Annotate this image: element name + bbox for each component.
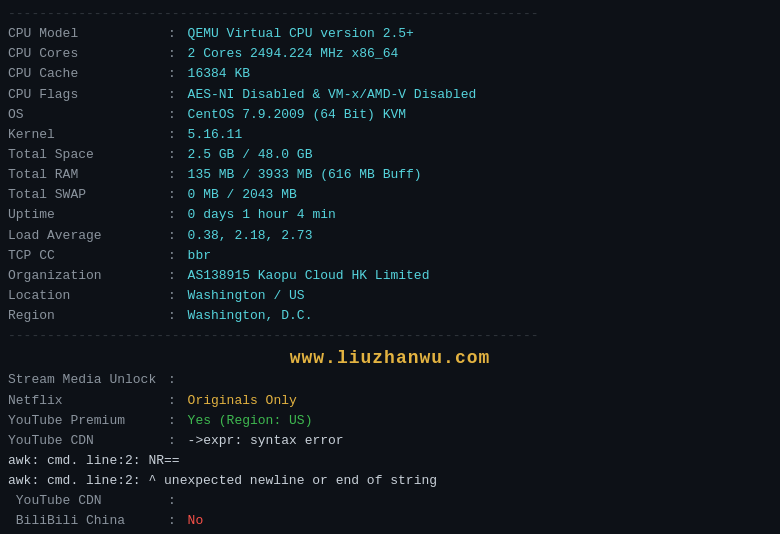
- row-value: Yes (Region: US): [188, 411, 313, 431]
- row-value: ->expr: syntax error: [188, 431, 344, 451]
- row-colon: :: [168, 491, 184, 511]
- row-colon: :: [168, 44, 184, 64]
- row-label: CPU Model: [8, 24, 168, 44]
- row-label: Region: [8, 306, 168, 326]
- table-row: YouTube Premium: Yes (Region: US): [8, 411, 772, 431]
- row-colon: :: [168, 165, 184, 185]
- table-row: TCP CC: bbr: [8, 246, 772, 266]
- row-colon: :: [168, 226, 184, 246]
- row-label: CPU Flags: [8, 85, 168, 105]
- row-colon: :: [168, 85, 184, 105]
- table-row: Netflix: Originals Only: [8, 391, 772, 411]
- row-label: Organization: [8, 266, 168, 286]
- row-colon: :: [168, 370, 184, 390]
- awk-error-line: awk: cmd. line:2: NR==: [8, 451, 772, 471]
- table-row: Uptime: 0 days 1 hour 4 min: [8, 205, 772, 225]
- row-value: 16384 KB: [188, 64, 250, 84]
- row-colon: :: [168, 266, 184, 286]
- row-label: TCP CC: [8, 246, 168, 266]
- mid-divider-1: ----------------------------------------…: [8, 326, 772, 346]
- row-value: AES-NI Disabled & VM-x/AMD-V Disabled: [188, 85, 477, 105]
- row-value: 2.5 GB / 48.0 GB: [188, 145, 313, 165]
- row-colon: :: [168, 205, 184, 225]
- row-colon: :: [168, 64, 184, 84]
- stream-media-section2: YouTube CDN: BiliBili China: No: [8, 491, 772, 531]
- table-row: CPU Cores: 2 Cores 2494.224 MHz x86_64: [8, 44, 772, 64]
- row-colon: :: [168, 125, 184, 145]
- row-value: 0.38, 2.18, 2.73: [188, 226, 313, 246]
- table-row: Organization: AS138915 Kaopu Cloud HK Li…: [8, 266, 772, 286]
- table-row: CPU Flags: AES-NI Disabled & VM-x/AMD-V …: [8, 85, 772, 105]
- row-value: 5.16.11: [188, 125, 243, 145]
- row-colon: :: [168, 185, 184, 205]
- table-row: Total Space: 2.5 GB / 48.0 GB: [8, 145, 772, 165]
- table-row: Total SWAP: 0 MB / 2043 MB: [8, 185, 772, 205]
- row-value: 0 MB / 2043 MB: [188, 185, 297, 205]
- row-colon: :: [168, 286, 184, 306]
- row-value: 135 MB / 3933 MB (616 MB Buff): [188, 165, 422, 185]
- row-value: Washington / US: [188, 286, 305, 306]
- row-label: CPU Cores: [8, 44, 168, 64]
- row-colon: :: [168, 24, 184, 44]
- terminal-container: ----------------------------------------…: [8, 4, 772, 534]
- row-colon: :: [168, 511, 184, 531]
- table-row: OS: CentOS 7.9.2009 (64 Bit) KVM: [8, 105, 772, 125]
- table-row: BiliBili China: No: [8, 511, 772, 531]
- awk-error-section: awk: cmd. line:2: NR==awk: cmd. line:2: …: [8, 451, 772, 491]
- row-label: Netflix: [8, 391, 168, 411]
- row-label: Stream Media Unlock: [8, 370, 168, 390]
- row-label: Total RAM: [8, 165, 168, 185]
- top-divider: ----------------------------------------…: [8, 4, 772, 24]
- table-row: CPU Cache: 16384 KB: [8, 64, 772, 84]
- row-label: Load Average: [8, 226, 168, 246]
- row-label: YouTube Premium: [8, 411, 168, 431]
- row-colon: :: [168, 306, 184, 326]
- row-value: QEMU Virtual CPU version 2.5+: [188, 24, 414, 44]
- row-label: OS: [8, 105, 168, 125]
- row-value: Washington, D.C.: [188, 306, 313, 326]
- table-row: Load Average: 0.38, 2.18, 2.73: [8, 226, 772, 246]
- row-label: YouTube CDN: [8, 431, 168, 451]
- table-row: YouTube CDN: ->expr: syntax error: [8, 431, 772, 451]
- row-label: Total Space: [8, 145, 168, 165]
- row-colon: :: [168, 105, 184, 125]
- table-row: Location: Washington / US: [8, 286, 772, 306]
- row-colon: :: [168, 145, 184, 165]
- row-value: 2 Cores 2494.224 MHz x86_64: [188, 44, 399, 64]
- row-label: CPU Cache: [8, 64, 168, 84]
- row-colon: :: [168, 246, 184, 266]
- row-value: 0 days 1 hour 4 min: [188, 205, 336, 225]
- table-row: Region: Washington, D.C.: [8, 306, 772, 326]
- row-label: Uptime: [8, 205, 168, 225]
- row-colon: :: [168, 431, 184, 451]
- row-colon: :: [168, 411, 184, 431]
- row-value: AS138915 Kaopu Cloud HK Limited: [188, 266, 430, 286]
- table-row: Stream Media Unlock:: [8, 370, 772, 390]
- row-label: Total SWAP: [8, 185, 168, 205]
- row-value: Originals Only: [188, 391, 297, 411]
- watermark: www.liuzhanwu.com: [8, 346, 772, 370]
- row-label: BiliBili China: [8, 511, 168, 531]
- row-value: bbr: [188, 246, 211, 266]
- row-label: YouTube CDN: [8, 491, 168, 511]
- table-row: Total RAM: 135 MB / 3933 MB (616 MB Buff…: [8, 165, 772, 185]
- row-label: Location: [8, 286, 168, 306]
- row-colon: :: [168, 391, 184, 411]
- row-label: Kernel: [8, 125, 168, 145]
- table-row: Kernel: 5.16.11: [8, 125, 772, 145]
- awk-error-line: awk: cmd. line:2: ^ unexpected newline o…: [8, 471, 772, 491]
- row-value: No: [188, 511, 204, 531]
- table-row: YouTube CDN:: [8, 491, 772, 511]
- row-value: CentOS 7.9.2009 (64 Bit) KVM: [188, 105, 406, 125]
- table-row: CPU Model: QEMU Virtual CPU version 2.5+: [8, 24, 772, 44]
- stream-media-section: Stream Media Unlock: Netflix: Originals …: [8, 370, 772, 451]
- system-info-section: CPU Model: QEMU Virtual CPU version 2.5+…: [8, 24, 772, 326]
